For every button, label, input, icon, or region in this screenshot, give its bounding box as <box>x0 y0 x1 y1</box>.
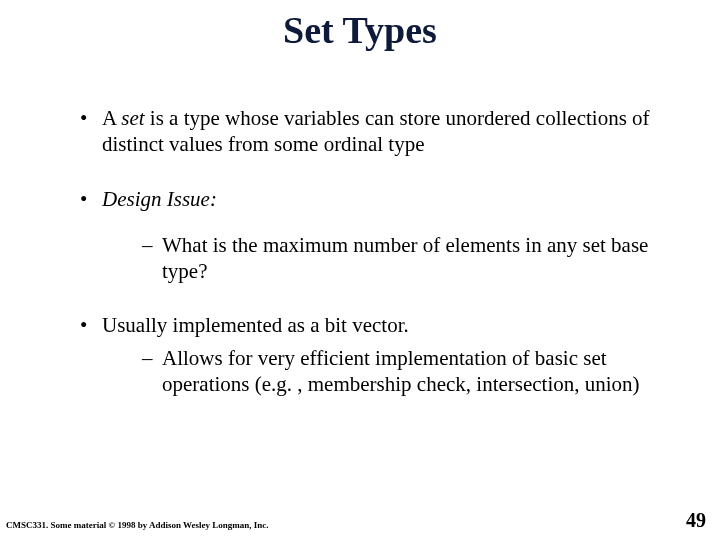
text: is a type whose variables can store unor… <box>102 106 650 156</box>
text: What is the maximum number of elements i… <box>162 233 648 283</box>
label-design-issue: Design Issue: <box>102 187 217 211</box>
text: Usually implemented as a bit vector. <box>102 313 409 337</box>
sub-bullet-max-elements: What is the maximum number of elements i… <box>102 232 660 285</box>
term-set: set <box>121 106 144 130</box>
slide: Set Types A set is a type whose variable… <box>0 0 720 540</box>
footer-copyright: CMSC331. Some material © 1998 by Addison… <box>6 520 269 530</box>
bullet-design-issue: Design Issue: What is the maximum number… <box>80 186 660 285</box>
sub-bullet-efficiency: Allows for very efficient implementation… <box>102 345 660 398</box>
page-number: 49 <box>686 509 706 532</box>
slide-body: A set is a type whose variables can stor… <box>80 105 660 425</box>
text: A <box>102 106 121 130</box>
text: Allows for very efficient implementation… <box>162 346 640 396</box>
bullet-definition: A set is a type whose variables can stor… <box>80 105 660 158</box>
slide-title: Set Types <box>0 0 720 52</box>
bullet-implementation: Usually implemented as a bit vector. All… <box>80 312 660 397</box>
